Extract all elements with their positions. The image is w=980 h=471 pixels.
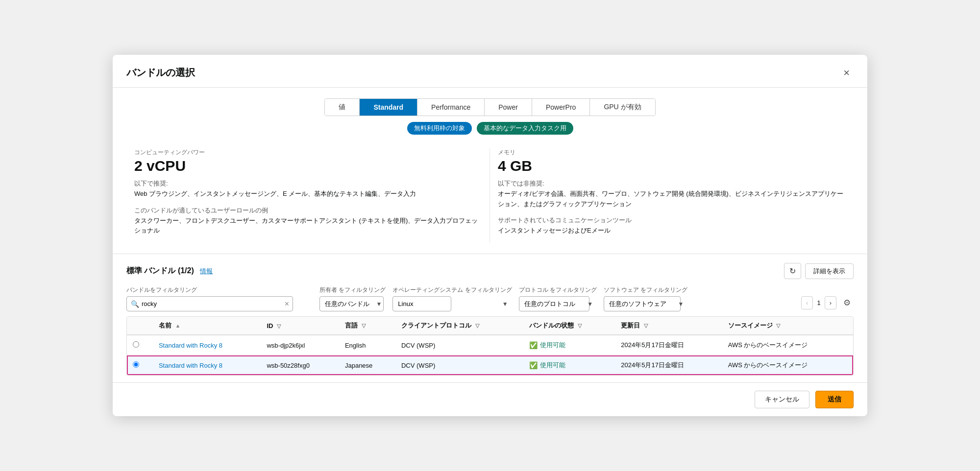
row-status-cell-0: ✅ 使用可能 <box>523 335 615 355</box>
row-radio-cell[interactable] <box>127 355 153 376</box>
software-select[interactable]: 任意のソフトウェア <box>604 296 681 311</box>
row-id-cell-1: wsb-50z28fxg0 <box>261 355 339 376</box>
bundle-table: 名前 ▲ ID ▽ 言語 ▽ クライアントプロトコル ▽ バンドルの状態 ▽ 更… <box>127 317 853 375</box>
col-updated[interactable]: 更新日 ▽ <box>615 317 722 335</box>
row-id-cell-0: wsb-djp2k6jxl <box>261 335 339 355</box>
row-source-cell-1: AWS からのベースイメージ <box>722 355 853 376</box>
col-name[interactable]: 名前 ▲ <box>153 317 261 335</box>
protocol-filter-label: プロトコル をフィルタリング <box>519 286 597 294</box>
tab-gpu[interactable]: GPU が有効 <box>590 99 655 116</box>
user-role-label: このバンドルが適しているユーザーロールの例 <box>134 206 482 215</box>
bundle-search-wrap: 🔍 × <box>126 296 293 311</box>
software-filter-label: ソフトウェア をフィルタリング <box>604 286 687 294</box>
row-updated-cell-1: 2024年5月17日金曜日 <box>615 355 722 376</box>
close-button[interactable]: × <box>839 65 854 81</box>
bundle-table-wrap: 名前 ▲ ID ▽ 言語 ▽ クライアントプロトコル ▽ バンドルの状態 ▽ 更… <box>126 316 854 376</box>
row-radio-0[interactable] <box>133 341 139 348</box>
memory-label: メモリ <box>498 148 846 157</box>
tab-performance[interactable]: Performance <box>417 99 485 116</box>
col-id[interactable]: ID ▽ <box>261 317 339 335</box>
clear-search-button[interactable]: × <box>285 300 289 308</box>
software-filter-group: ソフトウェア をフィルタリング 任意のソフトウェア ▼ <box>604 286 687 311</box>
protocol-select-wrap: 任意のプロトコル DCV (WSP) PCoIP ▼ <box>519 296 597 311</box>
refresh-button[interactable]: ↻ <box>784 263 801 279</box>
comm-tool-text: インスタントメッセージおよびEメール <box>498 226 846 236</box>
cpu-label: コンピューティングパワー <box>134 148 482 157</box>
cancel-button[interactable]: キャンセル <box>755 391 809 408</box>
cpu-col: コンピューティングパワー 2 vCPU 以下で推奨: Web ブラウジング、イン… <box>126 148 490 243</box>
modal-footer: キャンセル 送信 <box>113 382 867 416</box>
row-language-cell-1: Japanese <box>339 355 395 376</box>
status-text-1: 使用可能 <box>540 361 565 370</box>
owner-select[interactable]: 任意のバンドル AWS カスタム <box>319 296 384 311</box>
row-radio-1[interactable] <box>133 361 139 368</box>
pagination-row: ‹ 1 › ⚙ <box>801 296 854 311</box>
os-filter-group: オペレーティングシステム をフィルタリング Linux Windows ▼ <box>392 286 512 311</box>
user-role-text: タスクワーカー、フロントデスクユーザー、カスタマーサポートアシスタント (テキス… <box>134 216 482 236</box>
status-ok-icon-0: ✅ <box>529 341 538 349</box>
row-name-cell: Standard with Rocky 8 <box>153 335 261 355</box>
info-grid: コンピューティングパワー 2 vCPU 以下で推奨: Web ブラウジング、イン… <box>113 140 867 254</box>
row-updated-cell-0: 2024年5月17日金曜日 <box>615 335 722 355</box>
row-protocol-cell-0: DCV (WSP) <box>395 335 523 355</box>
next-page-button[interactable]: › <box>825 296 836 309</box>
tab-section: 値 Standard Performance Power PowerPro GP… <box>113 88 867 140</box>
col-source[interactable]: ソースイメージ ▽ <box>722 317 853 335</box>
status-sort-icon: ▽ <box>578 323 582 329</box>
table-row[interactable]: Standard with Rocky 8 wsb-djp2k6jxl Engl… <box>127 335 853 355</box>
owner-select-wrap: 任意のバンドル AWS カスタム ▼ <box>319 296 386 311</box>
cpu-value: 2 vCPU <box>134 158 482 174</box>
bundle-title-wrap: 標準 バンドル (1/2) 情報 <box>126 266 213 276</box>
tab-bar: 値 Standard Performance Power PowerPro GP… <box>324 98 655 116</box>
name-sort-icon: ▲ <box>175 323 181 329</box>
row-source-cell-0: AWS からのベースイメージ <box>722 335 853 355</box>
bundle-actions: ↻ 詳細を表示 <box>784 263 854 279</box>
page-number: 1 <box>817 299 820 306</box>
status-text-0: 使用可能 <box>540 341 565 350</box>
os-select-wrap: Linux Windows ▼ <box>392 296 512 311</box>
os-select-arrow: ▼ <box>502 301 508 307</box>
os-select[interactable]: Linux Windows <box>392 296 451 311</box>
badge-free-tier: 無料利用枠の対象 <box>407 122 472 135</box>
bundle-search-input[interactable] <box>126 296 293 311</box>
updated-sort-icon: ▽ <box>644 323 648 329</box>
id-sort-icon: ▽ <box>277 323 281 329</box>
submit-button[interactable]: 送信 <box>815 391 854 408</box>
prev-page-button[interactable]: ‹ <box>801 296 813 309</box>
tab-value[interactable]: 値 <box>325 99 360 116</box>
row-radio-cell[interactable] <box>127 335 153 355</box>
tab-standard[interactable]: Standard <box>360 99 417 116</box>
badge-data-entry: 基本的なデータ入力タスク用 <box>477 122 573 135</box>
table-row[interactable]: Standard with Rocky 8 wsb-50z28fxg0 Japa… <box>127 355 853 376</box>
row-status-cell-1: ✅ 使用可能 <box>523 355 615 376</box>
table-body: Standard with Rocky 8 wsb-djp2k6jxl Engl… <box>127 335 853 375</box>
col-protocol[interactable]: クライアントプロトコル ▽ <box>395 317 523 335</box>
bundle-section-title: 標準 バンドル (1/2) <box>126 266 194 275</box>
owner-filter-group: 所有者 をフィルタリング 任意のバンドル AWS カスタム ▼ <box>319 286 386 311</box>
row-name-link-1[interactable]: Standard with Rocky 8 <box>159 362 222 369</box>
protocol-filter-group: プロトコル をフィルタリング 任意のプロトコル DCV (WSP) PCoIP … <box>519 286 597 311</box>
lang-sort-icon: ▽ <box>362 323 366 329</box>
bundle-filter-label: バンドルをフィルタリング <box>126 286 313 294</box>
info-link[interactable]: 情報 <box>200 267 213 275</box>
comm-tool-label: サポートされているコミュニケーションツール <box>498 216 846 225</box>
row-name-cell: Standard with Rocky 8 <box>153 355 261 376</box>
protocol-select[interactable]: 任意のプロトコル DCV (WSP) PCoIP <box>519 296 589 311</box>
bundle-selection-modal: バンドルの選択 × 値 Standard Performance Power P… <box>113 55 867 416</box>
os-filter-label: オペレーティングシステム をフィルタリング <box>392 286 512 294</box>
tab-power[interactable]: Power <box>485 99 532 116</box>
filter-row: バンドルをフィルタリング 🔍 × 所有者 をフィルタリング 任意のバンドル AW… <box>126 286 854 311</box>
row-name-link-0[interactable]: Standard with Rocky 8 <box>159 342 222 349</box>
table-settings-button[interactable]: ⚙ <box>840 296 854 309</box>
col-status[interactable]: バンドルの状態 ▽ <box>523 317 615 335</box>
col-language[interactable]: 言語 ▽ <box>339 317 395 335</box>
detail-button[interactable]: 詳細を表示 <box>805 263 854 279</box>
col-radio <box>127 317 153 335</box>
modal-title: バンドルの選択 <box>126 66 195 79</box>
recommended-label: 以下で推奨: <box>134 179 482 188</box>
search-icon: 🔍 <box>131 300 139 308</box>
bundle-section-header: 標準 バンドル (1/2) 情報 ↻ 詳細を表示 <box>126 263 854 279</box>
tab-powerpro[interactable]: PowerPro <box>532 99 590 116</box>
bundle-filter-group: バンドルをフィルタリング 🔍 × <box>126 286 313 311</box>
protocol-sort-icon: ▽ <box>475 323 479 329</box>
